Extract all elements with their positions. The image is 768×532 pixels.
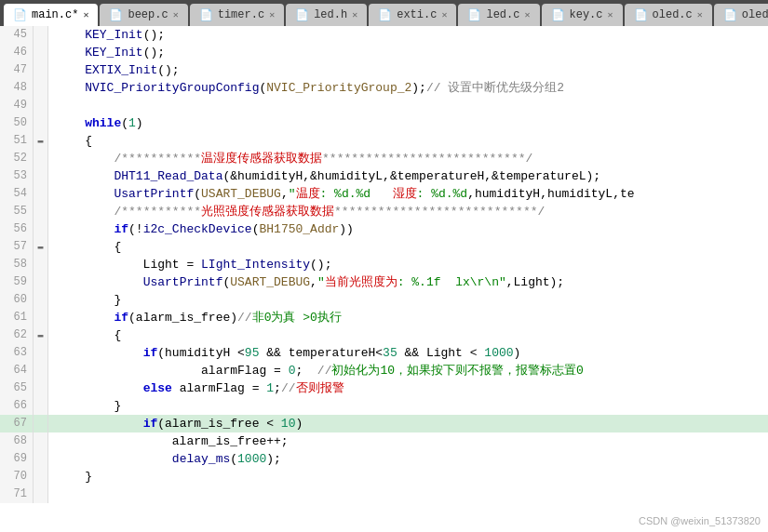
- line-number: 49: [0, 97, 34, 114]
- line-number: 47: [0, 61, 34, 79]
- tab-bar: 📄 main.c* ✕ 📄 beep.c ✕ 📄 timer.c ✕ 📄 led…: [0, 0, 768, 26]
- tab-label-timer-c: timer.c: [218, 8, 264, 21]
- table-row: 69 delay_ms(1000);: [0, 450, 768, 468]
- fold-gutter: [34, 379, 48, 397]
- table-row: 60 }: [0, 291, 768, 309]
- line-number: 46: [0, 44, 34, 61]
- fold-gutter: [34, 273, 48, 291]
- fold-gutter: [34, 114, 48, 132]
- tab-icon-exti-c: 📄: [378, 8, 392, 22]
- close-icon-timer-c[interactable]: ✕: [269, 9, 275, 20]
- table-row: 48 NVIC_PriorityGroupConfig(NVIC_Priorit…: [0, 79, 768, 97]
- code-content: if(humidityH <95 && temperatureH<35 && L…: [48, 344, 768, 362]
- code-content: DHT11_Read_Data(&humidityH,&humidityL,&t…: [48, 167, 768, 185]
- tab-label-exti-c: exti.c: [397, 8, 437, 21]
- fold-gutter: [34, 167, 48, 185]
- code-content: /***********光照强度传感器获取数据*****************…: [48, 203, 768, 220]
- tab-label-oled-c: oled.c: [653, 8, 693, 21]
- line-number: 55: [0, 203, 34, 220]
- table-row: 71: [0, 485, 768, 503]
- close-icon-led-h[interactable]: ✕: [352, 9, 357, 20]
- line-number: 51: [0, 132, 34, 150]
- table-row: 66 }: [0, 397, 768, 415]
- code-content: }: [48, 397, 768, 415]
- tab-beep-c[interactable]: 📄 beep.c ✕: [100, 4, 187, 26]
- tab-oled-c[interactable]: 📄 oled.c ✕: [625, 4, 712, 26]
- fold-gutter[interactable]: ▬: [34, 238, 48, 256]
- tab-led-c[interactable]: 📄 led.c ✕: [458, 4, 539, 26]
- close-icon-led-c[interactable]: ✕: [524, 9, 530, 20]
- table-row: 53 DHT11_Read_Data(&humidityH,&humidityL…: [0, 167, 768, 185]
- tab-key-c[interactable]: 📄 key.c ✕: [542, 4, 623, 26]
- code-content: if(alarm_is_free < 10): [48, 415, 768, 432]
- code-content: KEY_Init();: [48, 44, 768, 61]
- close-icon-exti-c[interactable]: ✕: [441, 9, 447, 20]
- fold-gutter: [34, 185, 48, 203]
- tab-oled-h[interactable]: 📄 oled.h ✕: [714, 4, 768, 26]
- code-content: delay_ms(1000);: [48, 450, 768, 468]
- code-content: {: [48, 238, 768, 256]
- line-number: 57: [0, 238, 34, 256]
- table-row: 64 alarmFlag = 0; //初始化为10，如果按下则不报警，报警标志…: [0, 362, 768, 379]
- tab-label-led-c: led.c: [486, 8, 519, 21]
- code-content: KEY_Init();: [48, 26, 768, 44]
- close-icon-oled-c[interactable]: ✕: [697, 9, 703, 20]
- line-number: 58: [0, 256, 34, 273]
- tab-icon-oled-h: 📄: [723, 8, 737, 22]
- fold-gutter: [34, 150, 48, 167]
- line-number: 70: [0, 468, 34, 485]
- tab-label-beep-c: beep.c: [128, 8, 168, 21]
- code-content: else alarmFlag = 1;//否则报警: [48, 379, 768, 397]
- fold-gutter: [34, 220, 48, 238]
- line-number: 61: [0, 309, 34, 326]
- code-content: UsartPrintf(USART_DEBUG,"温度: %d.%d 湿度: %…: [48, 185, 768, 203]
- table-row: 59 UsartPrintf(USART_DEBUG,"当前光照度为: %.1f…: [0, 273, 768, 291]
- tab-icon-timer-c: 📄: [199, 8, 213, 22]
- tab-timer-c[interactable]: 📄 timer.c ✕: [190, 4, 284, 26]
- table-row: 52 /***********温湿度传感器获取数据***************…: [0, 150, 768, 167]
- fold-gutter[interactable]: ▬: [34, 326, 48, 344]
- table-row: 57 ▬ {: [0, 238, 768, 256]
- tab-led-h[interactable]: 📄 led.h ✕: [286, 4, 367, 26]
- fold-gutter: [34, 291, 48, 309]
- line-number: 64: [0, 362, 34, 379]
- close-icon-beep-c[interactable]: ✕: [173, 9, 179, 20]
- tab-icon-led-h: 📄: [295, 8, 309, 22]
- fold-gutter: [34, 61, 48, 79]
- line-number: 67: [0, 415, 34, 432]
- code-content: }: [48, 468, 768, 485]
- code-content: EXTIX_Init();: [48, 61, 768, 79]
- line-number: 68: [0, 432, 34, 450]
- tab-exti-c[interactable]: 📄 exti.c ✕: [369, 4, 456, 26]
- table-row: 50 while(1): [0, 114, 768, 132]
- fold-gutter: [34, 79, 48, 97]
- code-editor[interactable]: 45 KEY_Init(); 46 KEY_Init(); 47 EXTIX_I…: [0, 26, 768, 532]
- close-icon-key-c[interactable]: ✕: [608, 9, 613, 20]
- table-row: 70 }: [0, 468, 768, 485]
- tab-icon-oled-c: 📄: [634, 8, 648, 22]
- fold-gutter: [34, 44, 48, 61]
- line-number: 54: [0, 185, 34, 203]
- line-number: 60: [0, 291, 34, 309]
- code-content: NVIC_PriorityGroupConfig(NVIC_PriorityGr…: [48, 79, 768, 97]
- fold-gutter: [34, 256, 48, 273]
- line-number: 66: [0, 397, 34, 415]
- code-content: if(!i2c_CheckDevice(BH1750_Addr)): [48, 220, 768, 238]
- fold-gutter: [34, 415, 48, 432]
- table-row: 68 alarm_is_free++;: [0, 432, 768, 450]
- line-number: 45: [0, 26, 34, 44]
- table-row: 63 if(humidityH <95 && temperatureH<35 &…: [0, 344, 768, 362]
- code-content: /***********温湿度传感器获取数据******************…: [48, 150, 768, 167]
- line-number: 50: [0, 114, 34, 132]
- table-row: 67 if(alarm_is_free < 10): [0, 415, 768, 432]
- code-content: [48, 97, 768, 114]
- line-number: 62: [0, 326, 34, 344]
- tab-main-c[interactable]: 📄 main.c* ✕: [4, 4, 98, 26]
- tab-label-key-c: key.c: [570, 8, 603, 21]
- close-icon-main-c[interactable]: ✕: [83, 9, 88, 20]
- fold-gutter[interactable]: ▬: [34, 132, 48, 150]
- tab-label-oled-h: oled.h: [742, 8, 768, 21]
- code-content: }: [48, 291, 768, 309]
- table-row: 45 KEY_Init();: [0, 26, 768, 44]
- table-row: 46 KEY_Init();: [0, 44, 768, 61]
